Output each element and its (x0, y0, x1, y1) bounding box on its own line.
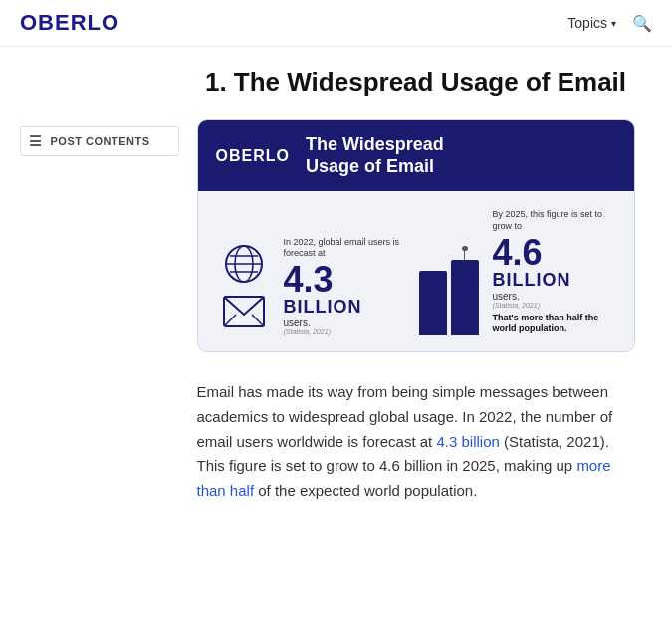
bar-1 (419, 271, 447, 335)
infographic-card: OBERLO The Widespread Usage of Email (197, 119, 635, 352)
site-logo: OBERLO (20, 10, 119, 36)
stat2-desc: By 2025, this figure is set to grow to (493, 209, 618, 232)
sidebar: ☰ POST CONTENTS (20, 47, 179, 533)
svg-line-6 (224, 315, 236, 326)
infographic-logo: OBERLO (216, 147, 290, 165)
stat2-unit: BILLION (493, 271, 571, 289)
svg-line-7 (252, 315, 264, 326)
site-header: OBERLO Topics ▾ 🔍 (0, 0, 672, 47)
bar-2 (451, 260, 479, 335)
post-contents-label: POST CONTENTS (51, 135, 150, 147)
topics-label: Topics (567, 15, 607, 31)
header-nav: Topics ▾ 🔍 (567, 14, 652, 33)
stat1-unit: BILLION (284, 298, 362, 316)
article-title: 1. The Widespread Usage of Email (189, 67, 642, 98)
globe-icon (222, 242, 266, 286)
post-contents-button[interactable]: ☰ POST CONTENTS (20, 126, 179, 156)
infographic-header: OBERLO The Widespread Usage of Email (198, 120, 634, 191)
stat2-number: 4.6 (493, 235, 543, 271)
list-icon: ☰ (29, 133, 43, 149)
topics-menu-button[interactable]: Topics ▾ (567, 15, 616, 31)
body-link-4-3-billion[interactable]: 4.3 billion (436, 433, 499, 450)
stat-right: By 2025, this figure is set to grow to 4… (493, 209, 618, 335)
stat-left: In 2022, global email users is forecast … (284, 237, 409, 335)
body-text-part3: of the expected world population. (254, 482, 477, 499)
email-icon (222, 292, 266, 335)
stat2-half: That's more than half the world populati… (493, 313, 618, 335)
stat2-source: (Statista, 2021) (493, 302, 540, 309)
stat1-source: (Statista, 2021) (284, 328, 331, 335)
infographic-title: The Widespread Usage of Email (306, 134, 444, 177)
infographic-icons (214, 242, 274, 335)
article-body: Email has made its way from being simple… (197, 380, 635, 504)
infographic-body: In 2022, global email users is forecast … (198, 191, 634, 351)
search-icon[interactable]: 🔍 (632, 14, 652, 33)
stat1-desc: In 2022, global email users is forecast … (284, 237, 409, 260)
article: 1. The Widespread Usage of Email OBERLO … (179, 47, 652, 533)
main-content: ☰ POST CONTENTS 1. The Widespread Usage … (0, 47, 672, 533)
stat1-users: users. (284, 318, 311, 328)
stat1-number: 4.3 (284, 262, 334, 298)
stat2-users: users. (493, 291, 520, 302)
bar-chart (419, 246, 483, 335)
chevron-down-icon: ▾ (611, 18, 616, 29)
